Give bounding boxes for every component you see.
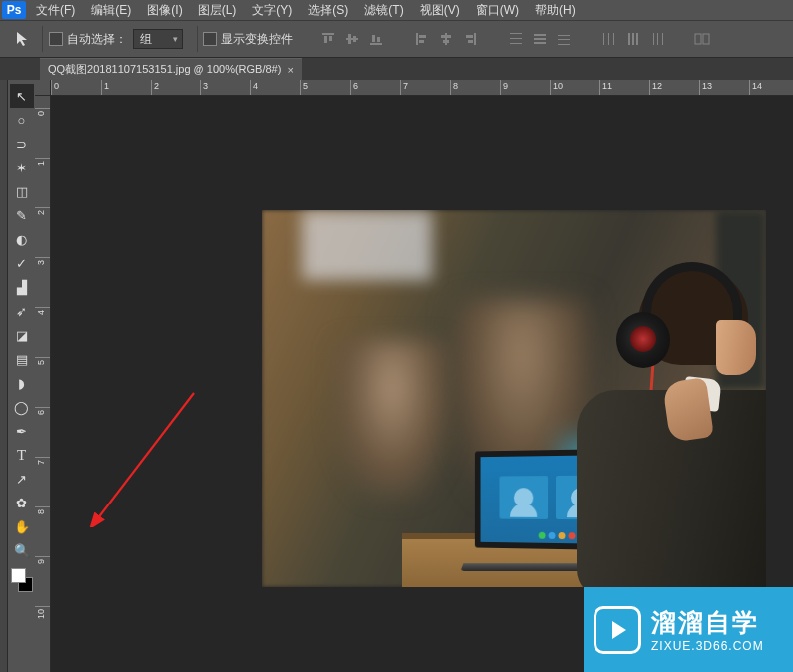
path-selection-tool[interactable]: ↗ (10, 467, 34, 491)
color-swatches[interactable] (11, 568, 33, 592)
align-group-2 (411, 28, 481, 50)
svg-rect-24 (558, 35, 570, 36)
app-logo: Ps (2, 1, 26, 19)
svg-rect-7 (372, 35, 375, 42)
ruler-origin[interactable] (35, 80, 51, 96)
marquee-ellipse-tool[interactable]: ○ (10, 108, 34, 132)
document-tab-title: QQ截图20181107153151.jpg @ 100%(RGB/8#) (48, 62, 281, 77)
pen-tool[interactable]: ✒ (10, 419, 34, 443)
svg-rect-10 (419, 35, 426, 38)
eyedropper-tool[interactable]: ✎ (10, 203, 34, 227)
shape-tool[interactable]: ✿ (10, 491, 34, 514)
svg-rect-17 (468, 40, 473, 43)
watermark-badge: 溜溜自学 ZIXUE.3D66.COM (584, 587, 793, 672)
distribute-top-icon[interactable] (505, 28, 527, 50)
menu-view[interactable]: 视图(V) (414, 0, 466, 21)
align-vcenter-icon[interactable] (341, 28, 363, 50)
svg-rect-30 (628, 33, 630, 45)
tools-panel: ↖○⊃✶◫✎◐✓▟➶◪▤◗◯✒T↗✿✋🔍 (8, 80, 35, 672)
zoom-tool[interactable]: 🔍 (10, 538, 34, 562)
align-left-edges-icon[interactable] (411, 28, 433, 50)
svg-rect-37 (703, 34, 709, 44)
svg-rect-21 (534, 34, 546, 36)
auto-select-checkbox[interactable] (49, 32, 63, 46)
distribute-hcenter-icon[interactable] (622, 28, 644, 50)
auto-select-option[interactable]: 自动选择： (49, 31, 127, 48)
svg-rect-32 (636, 33, 638, 45)
move-tool[interactable]: ↖ (10, 84, 34, 108)
ruler-vertical[interactable]: 012345678910 (35, 96, 51, 672)
ruler-horizontal[interactable]: 01234567891011121314 (51, 80, 793, 96)
svg-rect-1 (324, 36, 327, 43)
hand-tool[interactable]: ✋ (10, 514, 34, 538)
menubar: Ps 文件(F) 编辑(E) 图像(I) 图层(L) 文字(Y) 选择(S) 滤… (0, 0, 793, 20)
menu-help[interactable]: 帮助(H) (529, 0, 582, 21)
distribute-group-1 (505, 28, 575, 50)
menu-layer[interactable]: 图层(L) (193, 0, 243, 21)
svg-rect-18 (510, 33, 522, 34)
document-tab[interactable]: QQ截图20181107153151.jpg @ 100%(RGB/8#) × (40, 58, 302, 80)
svg-rect-8 (377, 37, 380, 42)
menu-file[interactable]: 文件(F) (30, 0, 81, 21)
crop-tool[interactable]: ◫ (10, 179, 34, 203)
svg-rect-2 (329, 36, 332, 41)
menu-filter[interactable]: 滤镜(T) (358, 0, 409, 21)
show-transform-checkbox[interactable] (203, 32, 217, 46)
svg-rect-23 (534, 42, 546, 44)
menu-edit[interactable]: 编辑(E) (85, 0, 137, 21)
document-image (262, 210, 766, 587)
svg-rect-0 (322, 33, 334, 35)
history-brush-tool[interactable]: ➶ (10, 299, 34, 323)
menu-image[interactable]: 图像(I) (141, 0, 188, 21)
show-transform-label: 显示变换控件 (221, 31, 293, 48)
align-bottom-edges-icon[interactable] (365, 28, 387, 50)
svg-rect-34 (657, 33, 658, 45)
toolbar-handle[interactable] (0, 80, 8, 672)
menu-type[interactable]: 文字(Y) (246, 0, 298, 21)
gradient-tool[interactable]: ▤ (10, 347, 34, 371)
clone-stamp-tool[interactable]: ▟ (10, 275, 34, 299)
svg-rect-15 (474, 33, 476, 45)
svg-rect-27 (603, 33, 604, 45)
svg-rect-28 (608, 33, 609, 45)
magic-wand-tool[interactable]: ✶ (10, 156, 34, 179)
align-right-edges-icon[interactable] (459, 28, 481, 50)
dodge-tool[interactable]: ◯ (10, 395, 34, 419)
blur-tool[interactable]: ◗ (10, 371, 34, 395)
svg-rect-14 (443, 40, 449, 43)
watermark-play-icon (594, 606, 641, 654)
svg-line-38 (97, 393, 194, 519)
foreground-swatch[interactable] (11, 568, 26, 583)
svg-rect-31 (632, 33, 634, 45)
align-group-1 (317, 28, 387, 50)
distribute-right-icon[interactable] (646, 28, 668, 50)
menu-select[interactable]: 选择(S) (302, 0, 354, 21)
svg-rect-12 (445, 33, 447, 45)
auto-align-icon[interactable] (692, 28, 714, 50)
lasso-tool[interactable]: ⊃ (10, 132, 34, 156)
type-tool[interactable]: T (10, 443, 34, 467)
auto-select-label: 自动选择： (67, 31, 127, 48)
canvas-area[interactable] (51, 96, 793, 672)
distribute-left-icon[interactable] (598, 28, 620, 50)
auto-select-type-dropdown[interactable]: 组 (133, 29, 183, 49)
svg-rect-13 (441, 35, 451, 38)
align-hcenter-icon[interactable] (435, 28, 457, 50)
svg-rect-26 (558, 44, 570, 45)
distribute-vcenter-icon[interactable] (529, 28, 551, 50)
close-tab-icon[interactable]: × (287, 64, 293, 76)
svg-rect-6 (370, 43, 382, 45)
svg-rect-5 (353, 36, 356, 42)
tool-preset-icon[interactable] (10, 28, 36, 50)
auto-align-group (692, 28, 714, 50)
svg-rect-19 (510, 38, 522, 39)
svg-rect-20 (510, 43, 522, 44)
align-top-edges-icon[interactable] (317, 28, 339, 50)
distribute-bottom-icon[interactable] (553, 28, 575, 50)
healing-brush-tool[interactable]: ◐ (10, 227, 34, 251)
menu-window[interactable]: 窗口(W) (470, 0, 525, 21)
distribute-group-2 (598, 28, 668, 50)
eraser-tool[interactable]: ◪ (10, 323, 34, 347)
show-transform-option[interactable]: 显示变换控件 (203, 31, 293, 48)
brush-tool[interactable]: ✓ (10, 251, 34, 275)
